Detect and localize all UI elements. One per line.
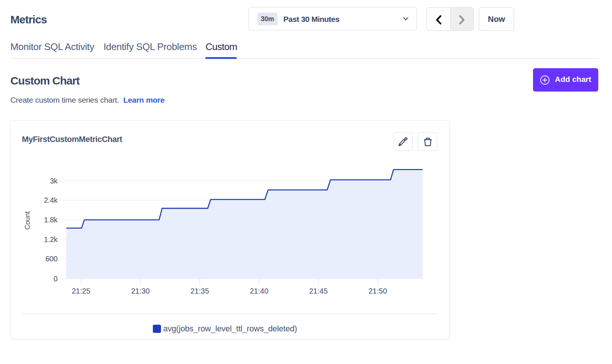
svg-text:21:35: 21:35 bbox=[190, 287, 209, 295]
svg-text:Count: Count bbox=[23, 211, 31, 230]
svg-text:21:45: 21:45 bbox=[309, 287, 328, 295]
svg-text:1.2k: 1.2k bbox=[44, 235, 58, 244]
svg-text:0: 0 bbox=[53, 275, 57, 283]
svg-text:21:30: 21:30 bbox=[131, 287, 149, 295]
svg-text:21:40: 21:40 bbox=[250, 287, 268, 295]
svg-text:600: 600 bbox=[46, 255, 58, 263]
svg-text:21:25: 21:25 bbox=[72, 287, 90, 295]
svg-text:3k: 3k bbox=[50, 177, 58, 185]
svg-text:1.8k: 1.8k bbox=[44, 216, 58, 224]
svg-text:21:50: 21:50 bbox=[368, 287, 387, 295]
svg-text:2.4k: 2.4k bbox=[44, 196, 58, 204]
